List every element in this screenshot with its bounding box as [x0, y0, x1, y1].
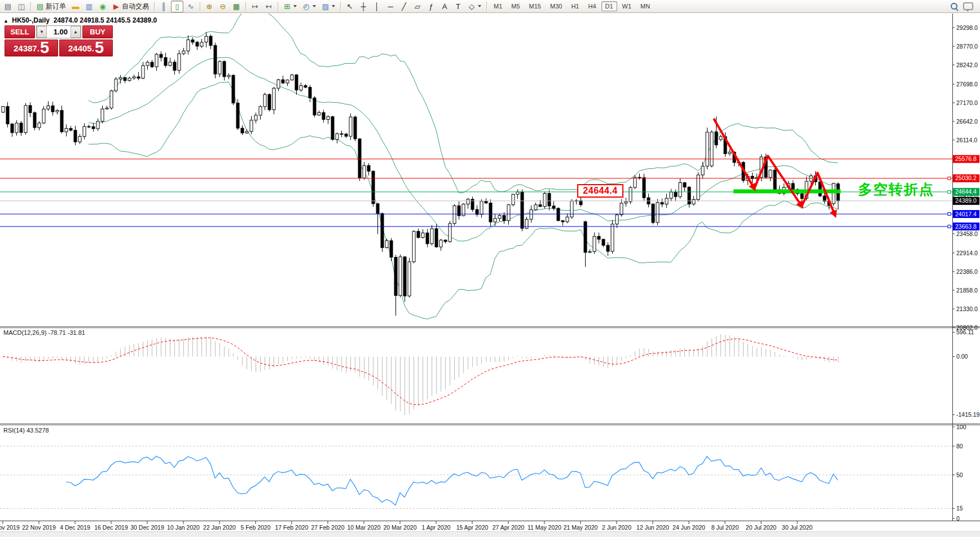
candle-body	[155, 54, 158, 67]
candles-chart-icon[interactable]: ▯	[171, 1, 183, 12]
new-order-button[interactable]: ▤新订单	[34, 1, 68, 12]
caret-up-icon: ▲	[73, 30, 78, 34]
rsi-axis-label: 0	[956, 515, 960, 522]
dropdown-caret-icon[interactable]	[332, 5, 335, 7]
profiles-icon[interactable]: ◫	[15, 1, 28, 12]
rsi-axis-label: 80	[956, 443, 963, 449]
vline-icon[interactable]: │	[371, 1, 383, 12]
hline-icon[interactable]: ─	[384, 1, 397, 12]
price-tick-label: 27698.0	[956, 81, 978, 88]
candle-body	[83, 126, 86, 137]
candle-body	[47, 106, 50, 109]
period-icon[interactable]: ◴	[300, 1, 318, 12]
timeframe-h1[interactable]: H1	[567, 1, 583, 11]
zoom-in-icon[interactable]: ⊕	[203, 1, 216, 12]
gold-icon[interactable]: ▬	[69, 1, 82, 12]
volume-decrease-button[interactable]: ▼	[37, 26, 47, 38]
tile-windows-icon[interactable]: ▦	[230, 1, 243, 12]
trendline-icon[interactable]: ╱	[398, 1, 410, 12]
collapse-icon[interactable]: ▲	[3, 18, 8, 24]
turning-point-note[interactable]: 多空转折点	[858, 180, 934, 199]
new-chart-icon[interactable]: ▤	[2, 1, 14, 12]
candle-body	[286, 80, 289, 83]
timeframe-w1[interactable]: W1	[618, 1, 636, 11]
price-text-annotation[interactable]: 24644.4	[577, 184, 623, 198]
candle-body	[444, 240, 447, 242]
candle-body	[489, 203, 492, 222]
dropdown-caret-icon[interactable]	[313, 5, 316, 7]
rsi-axis-label: 15	[956, 505, 963, 512]
line-handle[interactable]	[948, 177, 951, 180]
shift-chart-icon[interactable]: ↦	[249, 1, 261, 12]
toolbar-separator	[486, 2, 487, 11]
line-handle[interactable]	[948, 225, 951, 228]
sell-price-fraction: 5	[40, 40, 49, 55]
candle-body	[65, 128, 68, 132]
depth-icon[interactable]: ▥	[83, 1, 95, 12]
chart-canvas[interactable]: 29298.028770.028242.027698.027170.026642…	[0, 0, 980, 537]
dropdown-caret-icon[interactable]	[478, 5, 481, 7]
indicators-icon[interactable]: ⊞	[281, 1, 299, 12]
toolbar: ▤◫▤新订单▬▥◉▶自动交易║▯∿⊕⊖▦↦↤⊞◴▨↖┼│─╱▱ƒAT◇M1M5M…	[0, 0, 980, 13]
candle-body	[701, 166, 704, 175]
volume-increase-button[interactable]: ▲	[71, 26, 81, 38]
sell-button[interactable]: SELL	[5, 25, 35, 38]
date-tick-label: 10 Jan 2020	[167, 524, 200, 531]
buy-button[interactable]: BUY	[82, 25, 113, 38]
bars-chart-icon[interactable]: ║	[157, 1, 170, 12]
line-handle[interactable]	[948, 190, 951, 193]
timeframe-m1[interactable]: M1	[490, 1, 506, 11]
candle-body	[616, 215, 618, 224]
sell-price-display[interactable]: 24387.5	[5, 40, 58, 56]
candle-body	[38, 123, 41, 128]
candle-body	[376, 204, 379, 213]
chat-icon[interactable]	[963, 2, 973, 10]
timeframe-m15[interactable]: M15	[525, 1, 545, 11]
fibo-icon[interactable]: ƒ	[425, 1, 437, 12]
autoscroll-icon[interactable]: ↤	[262, 1, 275, 12]
cursor-icon[interactable]: ↖	[344, 1, 356, 12]
candle-body	[277, 80, 280, 88]
dropdown-caret-icon[interactable]	[293, 5, 297, 7]
search-icon[interactable]	[951, 3, 958, 10]
candle-body	[51, 106, 54, 112]
candle-body	[363, 165, 366, 178]
autotrade-button[interactable]: ▶自动交易	[110, 1, 151, 12]
one-click-trading-widget: SELL ▼ 1.00 ▲ BUY 24387.5 24405.5	[5, 25, 113, 56]
date-tick-label: 15 Apr 2020	[456, 524, 489, 531]
macd-axis-label: 596.11	[956, 329, 974, 335]
date-tick-label: 4 Dec 2019	[60, 524, 90, 531]
line-chart-icon[interactable]: ∿	[184, 1, 197, 12]
candle-body	[78, 137, 81, 142]
signal-icon[interactable]: ◉	[96, 1, 109, 12]
hline-icon: ─	[386, 3, 394, 10]
new-chart-icon: ▤	[4, 3, 12, 10]
timeframe-h4[interactable]: H4	[584, 1, 600, 11]
toolbar-separator	[200, 2, 200, 11]
timeframe-d1[interactable]: D1	[601, 1, 617, 11]
crosshair-icon[interactable]: ┼	[357, 1, 370, 12]
candle-body	[214, 45, 217, 74]
candle-body	[309, 88, 311, 98]
zoom-out-icon[interactable]: ⊖	[217, 1, 229, 12]
text-icon[interactable]: A	[438, 1, 451, 12]
timeframe-mn[interactable]: MN	[636, 1, 654, 11]
buy-price-display[interactable]: 24405.5	[59, 40, 113, 56]
autoscroll-icon: ↤	[265, 3, 273, 10]
date-tick-label: 22 Nov 2019	[22, 524, 56, 531]
timeframe-m30[interactable]: M30	[546, 1, 566, 11]
volume-field[interactable]: 1.00	[47, 26, 71, 38]
macd-axis-label: -1415.19	[956, 411, 980, 418]
line-handle[interactable]	[948, 213, 951, 216]
candle-body	[6, 107, 9, 124]
toolbar-separator	[278, 2, 278, 11]
macd-axis-label: 0.00	[956, 353, 968, 360]
buy-price-main: 24405	[68, 42, 92, 55]
template-icon[interactable]: ▨	[319, 1, 337, 12]
arrows-icon[interactable]: ◇	[465, 1, 484, 12]
label-icon[interactable]: T	[452, 1, 464, 12]
date-tick-label: 20 Jul 2020	[746, 524, 776, 531]
channel-icon[interactable]: ▱	[411, 1, 424, 12]
timeframe-m5[interactable]: M5	[507, 1, 524, 11]
candle-body	[674, 192, 677, 197]
